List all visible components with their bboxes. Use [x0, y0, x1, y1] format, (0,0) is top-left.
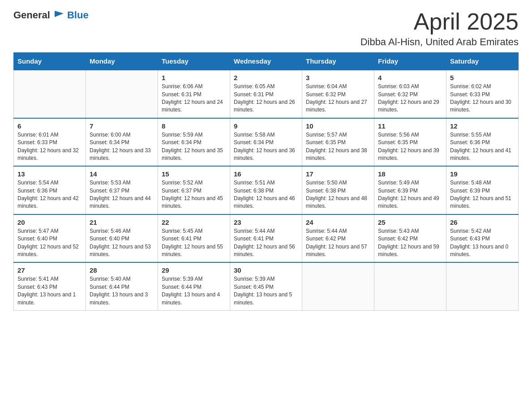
- day-number: 19: [450, 170, 515, 178]
- day-number: 25: [378, 218, 442, 226]
- calendar-cell: 2Sunrise: 6:05 AMSunset: 6:31 PMDaylight…: [230, 70, 302, 118]
- day-info: Sunrise: 5:51 AMSunset: 6:38 PMDaylight:…: [234, 179, 298, 210]
- calendar-cell: 15Sunrise: 5:52 AMSunset: 6:37 PMDayligh…: [158, 166, 230, 214]
- day-info: Sunrise: 5:46 AMSunset: 6:40 PMDaylight:…: [90, 227, 154, 259]
- day-number: 14: [90, 170, 154, 178]
- day-info: Sunrise: 5:41 AMSunset: 6:43 PMDaylight:…: [17, 275, 82, 307]
- logo-flag-icon: [53, 9, 65, 21]
- weekday-header-tuesday: Tuesday: [158, 53, 230, 70]
- day-number: 29: [162, 266, 226, 274]
- logo-text-general: General: [13, 9, 50, 21]
- day-info: Sunrise: 5:49 AMSunset: 6:39 PMDaylight:…: [378, 179, 442, 210]
- day-info: Sunrise: 5:58 AMSunset: 6:34 PMDaylight:…: [234, 131, 298, 163]
- day-number: 17: [306, 170, 370, 178]
- calendar-cell: [14, 70, 86, 118]
- calendar-cell: 7Sunrise: 6:00 AMSunset: 6:34 PMDaylight…: [86, 118, 158, 167]
- day-number: 4: [378, 74, 442, 81]
- calendar-cell: 14Sunrise: 5:53 AMSunset: 6:37 PMDayligh…: [86, 166, 158, 214]
- calendar-week-row: 27Sunrise: 5:41 AMSunset: 6:43 PMDayligh…: [14, 262, 519, 310]
- day-number: 12: [450, 122, 515, 130]
- calendar-week-row: 20Sunrise: 5:47 AMSunset: 6:40 PMDayligh…: [14, 214, 519, 263]
- day-info: Sunrise: 5:48 AMSunset: 6:39 PMDaylight:…: [450, 179, 515, 210]
- day-info: Sunrise: 5:54 AMSunset: 6:36 PMDaylight:…: [17, 179, 82, 210]
- page-header: General Blue April 2025 Dibba Al-Hisn, U…: [13, 9, 519, 48]
- calendar-cell: 12Sunrise: 5:55 AMSunset: 6:36 PMDayligh…: [446, 118, 519, 167]
- day-number: 11: [378, 122, 442, 130]
- day-info: Sunrise: 6:01 AMSunset: 6:33 PMDaylight:…: [17, 131, 82, 163]
- day-number: 28: [90, 266, 154, 274]
- calendar-cell: 13Sunrise: 5:54 AMSunset: 6:36 PMDayligh…: [14, 166, 86, 214]
- calendar-table: SundayMondayTuesdayWednesdayThursdayFrid…: [13, 52, 519, 311]
- day-info: Sunrise: 5:50 AMSunset: 6:38 PMDaylight:…: [306, 179, 370, 210]
- calendar-cell: 6Sunrise: 6:01 AMSunset: 6:33 PMDaylight…: [14, 118, 86, 167]
- calendar-week-row: 6Sunrise: 6:01 AMSunset: 6:33 PMDaylight…: [14, 118, 519, 167]
- calendar-cell: 11Sunrise: 5:56 AMSunset: 6:35 PMDayligh…: [374, 118, 446, 167]
- day-info: Sunrise: 6:00 AMSunset: 6:34 PMDaylight:…: [90, 131, 154, 163]
- calendar-cell: 22Sunrise: 5:45 AMSunset: 6:41 PMDayligh…: [158, 214, 230, 263]
- day-info: Sunrise: 5:56 AMSunset: 6:35 PMDaylight:…: [378, 131, 442, 163]
- day-number: 2: [234, 74, 298, 81]
- day-number: 21: [90, 218, 154, 226]
- day-number: 10: [306, 122, 370, 130]
- weekday-header-thursday: Thursday: [302, 53, 374, 70]
- calendar-cell: 24Sunrise: 5:44 AMSunset: 6:42 PMDayligh…: [302, 214, 374, 263]
- calendar-cell: 4Sunrise: 6:03 AMSunset: 6:32 PMDaylight…: [374, 70, 446, 118]
- calendar-cell: 27Sunrise: 5:41 AMSunset: 6:43 PMDayligh…: [14, 262, 86, 310]
- day-info: Sunrise: 6:05 AMSunset: 6:31 PMDaylight:…: [234, 83, 298, 114]
- calendar-cell: [446, 262, 519, 310]
- weekday-header-friday: Friday: [374, 53, 446, 70]
- day-number: 7: [90, 122, 154, 130]
- calendar-cell: 17Sunrise: 5:50 AMSunset: 6:38 PMDayligh…: [302, 166, 374, 214]
- day-info: Sunrise: 5:59 AMSunset: 6:34 PMDaylight:…: [162, 131, 226, 163]
- day-number: 30: [234, 266, 298, 274]
- day-info: Sunrise: 5:42 AMSunset: 6:43 PMDaylight:…: [450, 227, 515, 259]
- calendar-cell: [374, 262, 446, 310]
- day-info: Sunrise: 5:40 AMSunset: 6:44 PMDaylight:…: [90, 275, 154, 307]
- day-info: Sunrise: 6:02 AMSunset: 6:33 PMDaylight:…: [450, 83, 515, 114]
- calendar-cell: [86, 70, 158, 118]
- day-number: 3: [306, 74, 370, 81]
- day-number: 15: [162, 170, 226, 178]
- day-number: 9: [234, 122, 298, 130]
- calendar-cell: 18Sunrise: 5:49 AMSunset: 6:39 PMDayligh…: [374, 166, 446, 214]
- day-info: Sunrise: 6:03 AMSunset: 6:32 PMDaylight:…: [378, 83, 442, 114]
- day-number: 23: [234, 218, 298, 226]
- day-info: Sunrise: 6:06 AMSunset: 6:31 PMDaylight:…: [162, 83, 226, 114]
- day-info: Sunrise: 5:39 AMSunset: 6:45 PMDaylight:…: [234, 275, 298, 307]
- day-info: Sunrise: 6:04 AMSunset: 6:32 PMDaylight:…: [306, 83, 370, 114]
- calendar-cell: [302, 262, 374, 310]
- calendar-week-row: 1Sunrise: 6:06 AMSunset: 6:31 PMDaylight…: [14, 70, 519, 118]
- day-number: 22: [162, 218, 226, 226]
- day-info: Sunrise: 5:55 AMSunset: 6:36 PMDaylight:…: [450, 131, 515, 163]
- calendar-cell: 23Sunrise: 5:44 AMSunset: 6:41 PMDayligh…: [230, 214, 302, 263]
- calendar-cell: 16Sunrise: 5:51 AMSunset: 6:38 PMDayligh…: [230, 166, 302, 214]
- calendar-cell: 10Sunrise: 5:57 AMSunset: 6:35 PMDayligh…: [302, 118, 374, 167]
- weekday-header-monday: Monday: [86, 53, 158, 70]
- calendar-cell: 9Sunrise: 5:58 AMSunset: 6:34 PMDaylight…: [230, 118, 302, 167]
- calendar-cell: 26Sunrise: 5:42 AMSunset: 6:43 PMDayligh…: [446, 214, 519, 263]
- logo-text-blue: Blue: [67, 9, 89, 21]
- day-number: 26: [450, 218, 515, 226]
- weekday-header-sunday: Sunday: [14, 53, 86, 70]
- title-section: April 2025 Dibba Al-Hisn, United Arab Em…: [360, 9, 519, 48]
- calendar-cell: 25Sunrise: 5:43 AMSunset: 6:42 PMDayligh…: [374, 214, 446, 263]
- calendar-cell: 30Sunrise: 5:39 AMSunset: 6:45 PMDayligh…: [230, 262, 302, 310]
- calendar-cell: 29Sunrise: 5:39 AMSunset: 6:44 PMDayligh…: [158, 262, 230, 310]
- calendar-week-row: 13Sunrise: 5:54 AMSunset: 6:36 PMDayligh…: [14, 166, 519, 214]
- weekday-header-wednesday: Wednesday: [230, 53, 302, 70]
- svg-marker-0: [55, 11, 64, 17]
- location-title: Dibba Al-Hisn, United Arab Emirates: [360, 36, 519, 48]
- day-info: Sunrise: 5:53 AMSunset: 6:37 PMDaylight:…: [90, 179, 154, 210]
- day-info: Sunrise: 5:44 AMSunset: 6:41 PMDaylight:…: [234, 227, 298, 259]
- day-number: 8: [162, 122, 226, 130]
- day-info: Sunrise: 5:44 AMSunset: 6:42 PMDaylight:…: [306, 227, 370, 259]
- calendar-cell: 5Sunrise: 6:02 AMSunset: 6:33 PMDaylight…: [446, 70, 519, 118]
- day-number: 20: [17, 218, 82, 226]
- calendar-cell: 20Sunrise: 5:47 AMSunset: 6:40 PMDayligh…: [14, 214, 86, 263]
- day-number: 16: [234, 170, 298, 178]
- calendar-header-row: SundayMondayTuesdayWednesdayThursdayFrid…: [14, 53, 519, 70]
- calendar-cell: 3Sunrise: 6:04 AMSunset: 6:32 PMDaylight…: [302, 70, 374, 118]
- day-info: Sunrise: 5:47 AMSunset: 6:40 PMDaylight:…: [17, 227, 82, 259]
- day-number: 27: [17, 266, 82, 274]
- month-title: April 2025: [360, 9, 519, 34]
